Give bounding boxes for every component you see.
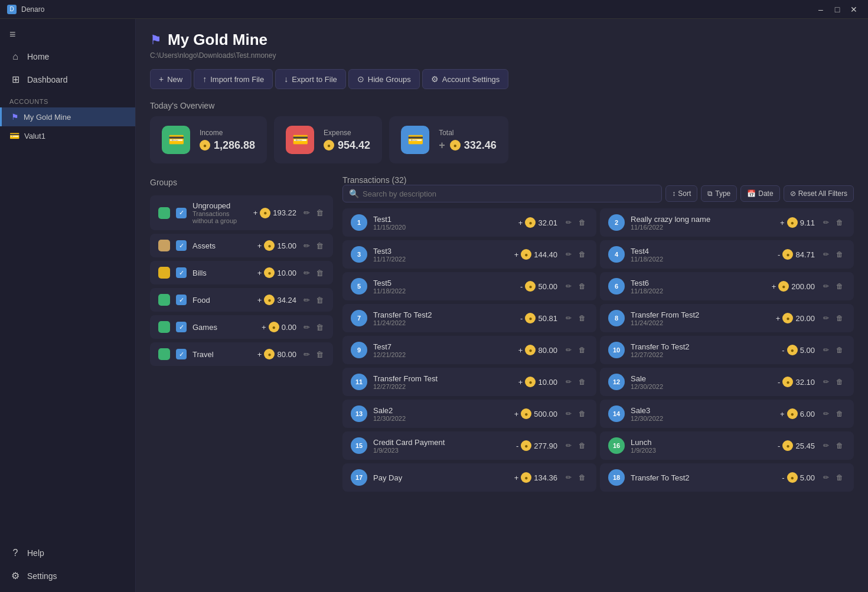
- tx-delete-4[interactable]: 🗑: [834, 249, 846, 260]
- sidebar-account-valut1[interactable]: 💳 Valut1: [0, 126, 135, 145]
- tx-edit-11[interactable]: ✏: [563, 377, 574, 387]
- transaction-item-13: 13 Sale2 12/30/2022 + ● 500.00 ✏ 🗑: [342, 400, 596, 428]
- minimize-button[interactable]: –: [814, 2, 828, 17]
- tx-edit-5[interactable]: ✏: [563, 281, 574, 292]
- tx-edit-13[interactable]: ✏: [563, 408, 574, 419]
- tx-coin-14: ●: [787, 408, 798, 419]
- total-icon: 💳: [401, 126, 429, 154]
- group-checkbox-food[interactable]: ✓: [176, 295, 187, 305]
- export-button[interactable]: ↓ Export to File: [275, 69, 346, 89]
- tx-delete-6[interactable]: 🗑: [834, 281, 846, 292]
- tx-edit-18[interactable]: ✏: [821, 472, 831, 483]
- tx-info-14: Sale3 12/30/2022: [631, 406, 774, 422]
- group-edit-bills[interactable]: ✏: [302, 267, 311, 279]
- tx-delete-14[interactable]: 🗑: [834, 408, 846, 419]
- tx-delete-11[interactable]: 🗑: [576, 377, 588, 387]
- search-input[interactable]: [363, 189, 655, 198]
- group-item-food[interactable]: ✓ Food + ● 34.24 ✏ 🗑: [150, 288, 333, 312]
- tx-edit-6[interactable]: ✏: [821, 281, 831, 292]
- tx-delete-3[interactable]: 🗑: [576, 249, 588, 260]
- tx-delete-5[interactable]: 🗑: [576, 281, 588, 292]
- tx-edit-12[interactable]: ✏: [821, 377, 831, 387]
- tx-date-1: 11/15/2020: [373, 224, 513, 231]
- group-checkbox-ungrouped[interactable]: ✓: [176, 208, 187, 218]
- group-item-travel[interactable]: ✓ Travel + ● 80.00 ✏ 🗑: [150, 342, 333, 366]
- import-button[interactable]: ↑ Import from File: [194, 69, 273, 89]
- tx-delete-8[interactable]: 🗑: [834, 313, 846, 323]
- tx-edit-9[interactable]: ✏: [563, 345, 574, 355]
- group-edit-travel[interactable]: ✏: [302, 349, 311, 360]
- group-color-bills: [158, 267, 170, 279]
- group-delete-ungrouped[interactable]: 🗑: [315, 207, 325, 218]
- tx-delete-7[interactable]: 🗑: [576, 313, 588, 323]
- tx-value-7: 50.81: [538, 314, 557, 323]
- date-filter-button[interactable]: 📅 Date: [740, 185, 779, 202]
- type-filter-button[interactable]: ⧉ Type: [701, 185, 737, 202]
- group-edit-food[interactable]: ✏: [302, 295, 311, 306]
- sidebar-item-help[interactable]: ? Help: [0, 542, 135, 564]
- dashboard-icon: ⊞: [9, 74, 21, 85]
- tx-edit-3[interactable]: ✏: [563, 249, 574, 260]
- new-button[interactable]: + New: [150, 69, 191, 89]
- group-item-assets[interactable]: ✓ Assets + ● 15.00 ✏ 🗑: [150, 234, 333, 257]
- tx-edit-15[interactable]: ✏: [563, 440, 574, 451]
- group-delete-assets[interactable]: 🗑: [315, 240, 325, 251]
- tx-date-11: 12/27/2022: [373, 383, 513, 390]
- tx-delete-9[interactable]: 🗑: [576, 345, 588, 355]
- group-checkbox-bills[interactable]: ✓: [176, 267, 187, 278]
- tx-edit-1[interactable]: ✏: [563, 217, 574, 228]
- tx-amount-7: - ● 50.81: [520, 313, 557, 323]
- group-checkbox-assets[interactable]: ✓: [176, 240, 187, 251]
- tx-edit-16[interactable]: ✏: [821, 440, 831, 451]
- tx-edit-17[interactable]: ✏: [563, 472, 574, 483]
- group-delete-food[interactable]: 🗑: [315, 295, 325, 306]
- transaction-item-1: 1 Test1 11/15/2020 + ● 32.01 ✏ 🗑: [342, 208, 596, 237]
- tx-edit-8[interactable]: ✏: [821, 313, 831, 323]
- tx-delete-15[interactable]: 🗑: [576, 440, 588, 451]
- tx-edit-7[interactable]: ✏: [563, 313, 574, 323]
- sidebar-account-my-gold-mine[interactable]: ⚑ My Gold Mine: [0, 107, 135, 126]
- tx-delete-13[interactable]: 🗑: [576, 408, 588, 419]
- sidebar-home-label: Home: [27, 52, 49, 61]
- tx-delete-2[interactable]: 🗑: [834, 217, 846, 228]
- sort-icon: ↕: [672, 189, 676, 198]
- sidebar-item-home[interactable]: ⌂ Home: [0, 45, 135, 68]
- tx-edit-4[interactable]: ✏: [821, 249, 831, 260]
- group-edit-ungrouped[interactable]: ✏: [302, 207, 311, 218]
- sidebar-item-dashboard[interactable]: ⊞ Dashboard: [0, 68, 135, 91]
- group-item-bills[interactable]: ✓ Bills + ● 10.00 ✏ 🗑: [150, 261, 333, 284]
- tx-delete-10[interactable]: 🗑: [834, 345, 846, 355]
- tx-delete-18[interactable]: 🗑: [834, 472, 846, 483]
- group-item-games[interactable]: ✓ Games + ● 0.00 ✏ 🗑: [150, 315, 333, 339]
- reset-filters-button[interactable]: ⊘ Reset All Filters: [784, 185, 854, 202]
- tx-amount-9: + ● 80.00: [518, 345, 557, 355]
- sort-filter-button[interactable]: ↕ Sort: [665, 185, 697, 202]
- tx-edit-14[interactable]: ✏: [821, 408, 831, 419]
- close-button[interactable]: ✕: [847, 2, 861, 17]
- tx-edit-2[interactable]: ✏: [821, 217, 831, 228]
- tx-info-12: Sale 12/30/2022: [631, 374, 772, 390]
- maximize-button[interactable]: □: [830, 2, 844, 17]
- group-edit-assets[interactable]: ✏: [302, 240, 311, 251]
- tx-date-3: 11/17/2022: [373, 256, 508, 263]
- tx-delete-17[interactable]: 🗑: [576, 472, 588, 483]
- group-checkbox-travel[interactable]: ✓: [176, 349, 187, 359]
- page-subtitle: C:\Users\nlogo\Downloads\Test.nmoney: [150, 51, 854, 60]
- group-edit-games[interactable]: ✏: [302, 322, 311, 333]
- tx-delete-1[interactable]: 🗑: [576, 217, 588, 228]
- group-item-ungrouped[interactable]: ✓ Ungrouped Transactions without a group…: [150, 195, 333, 230]
- date-icon: 📅: [747, 189, 756, 198]
- hide-groups-button[interactable]: ⊙ Hide Groups: [348, 69, 420, 89]
- group-delete-travel[interactable]: 🗑: [315, 349, 325, 360]
- group-delete-bills[interactable]: 🗑: [315, 267, 325, 279]
- account-settings-button[interactable]: ⚙ Account Settings: [422, 69, 509, 89]
- sidebar-item-settings[interactable]: ⚙ Settings: [0, 564, 135, 587]
- tx-info-3: Test3 11/17/2022: [373, 247, 508, 263]
- groups-list: ✓ Ungrouped Transactions without a group…: [150, 195, 333, 366]
- tx-delete-12[interactable]: 🗑: [834, 377, 846, 387]
- tx-edit-10[interactable]: ✏: [821, 345, 831, 355]
- menu-button[interactable]: ≡: [0, 24, 135, 45]
- tx-delete-16[interactable]: 🗑: [834, 440, 846, 451]
- group-delete-games[interactable]: 🗑: [315, 322, 325, 333]
- group-checkbox-games[interactable]: ✓: [176, 322, 187, 332]
